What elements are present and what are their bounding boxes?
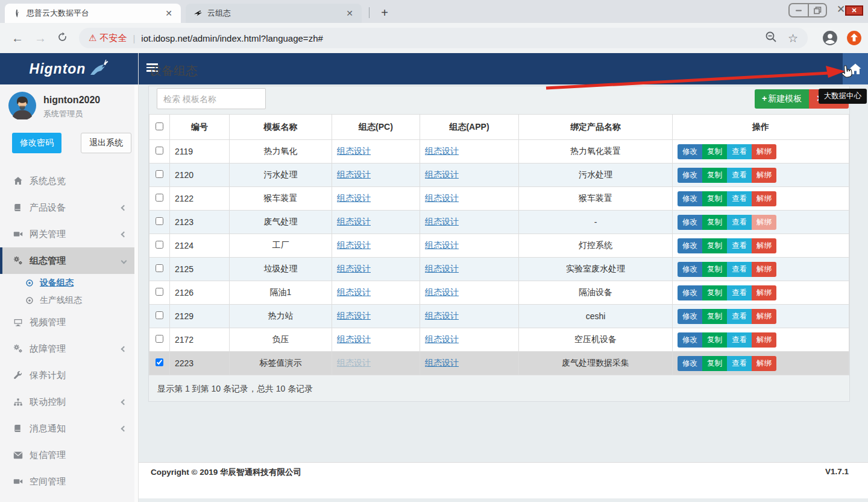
tab-close-icon[interactable]: ✕	[344, 8, 356, 18]
unbind-button[interactable]: 解绑	[752, 262, 776, 277]
copy-button[interactable]: 复制	[702, 285, 727, 300]
edit-button[interactable]: 修改	[678, 215, 702, 230]
pc-design-link[interactable]: 组态设计	[337, 217, 371, 226]
restore-button[interactable]	[808, 4, 826, 16]
close-button[interactable]: ✕ ✕	[837, 3, 863, 17]
unbind-button[interactable]: 解绑	[752, 332, 776, 348]
unbind-button[interactable]: 解绑	[752, 309, 776, 324]
pc-design-link[interactable]: 组态设计	[337, 334, 371, 344]
back-icon[interactable]: ←	[11, 31, 24, 45]
unbind-button[interactable]: 解绑	[752, 238, 776, 253]
tab-cloud-config[interactable]: 云组态 ✕	[186, 4, 362, 23]
forward-icon[interactable]: →	[34, 31, 46, 45]
edit-button[interactable]: 修改	[678, 332, 702, 348]
sidebar-item-maintenance-plan[interactable]: 保养计划	[0, 362, 138, 389]
view-button[interactable]: 查看	[727, 144, 752, 159]
edit-button[interactable]: 修改	[678, 191, 702, 206]
row-checkbox[interactable]	[156, 194, 163, 202]
pc-design-link[interactable]: 组态设计	[337, 240, 371, 250]
copy-button[interactable]: 复制	[702, 262, 727, 277]
row-checkbox[interactable]	[156, 241, 163, 249]
sidebar-item-space-mgmt[interactable]: 空间管理	[0, 468, 138, 495]
app-design-link[interactable]: 组态设计	[425, 146, 459, 156]
select-all-checkbox[interactable]	[156, 122, 163, 130]
sidebar-item-config-mgmt[interactable]: 组态管理	[0, 247, 138, 274]
sidebar-item-video-mgmt[interactable]: 视频管理	[0, 309, 138, 335]
copy-button[interactable]: 复制	[702, 191, 727, 206]
row-checkbox[interactable]	[156, 217, 163, 225]
view-button[interactable]: 查看	[727, 262, 752, 277]
pc-design-link[interactable]: 组态设计	[337, 170, 371, 179]
view-button[interactable]: 查看	[727, 309, 752, 324]
sidebar-item-line-config[interactable]: 生产线组态	[0, 291, 138, 309]
view-button[interactable]: 查看	[727, 285, 752, 300]
sidebar-item-product-device[interactable]: 产品设备	[0, 194, 138, 221]
big-data-center-home-button[interactable]	[843, 53, 868, 84]
copy-button[interactable]: 复制	[702, 215, 727, 230]
view-button[interactable]: 查看	[727, 332, 752, 348]
app-design-link[interactable]: 组态设计	[425, 193, 459, 203]
reload-icon[interactable]	[57, 31, 68, 45]
copy-button[interactable]: 复制	[702, 332, 727, 348]
copy-button[interactable]: 复制	[702, 144, 727, 159]
unbind-button[interactable]: 解绑	[752, 144, 776, 159]
change-password-button[interactable]: 修改密码	[12, 133, 61, 153]
pc-design-link[interactable]: 组态设计	[337, 287, 371, 297]
sidebar-item-linkage-control[interactable]: 联动控制	[0, 389, 138, 415]
minimize-button[interactable]	[790, 4, 808, 16]
new-tab-button[interactable]: +	[377, 6, 392, 20]
sidebar-item-device-config[interactable]: 设备组态	[0, 274, 138, 291]
profile-avatar-icon[interactable]	[822, 30, 838, 46]
unbind-button[interactable]: 解绑	[752, 168, 776, 183]
edit-button[interactable]: 修改	[678, 238, 702, 253]
browser-update-icon[interactable]	[846, 30, 862, 46]
url-field[interactable]: ⚠ 不安全 | iot.idosp.net/admin/index.html?l…	[79, 28, 808, 48]
tab-close-icon[interactable]: ✕	[163, 8, 175, 18]
unbind-button[interactable]: 解绑	[752, 215, 776, 230]
view-button[interactable]: 查看	[727, 238, 752, 253]
app-design-link[interactable]: 组态设计	[425, 334, 459, 344]
sidebar-scrollbar[interactable]	[134, 84, 138, 502]
new-template-button[interactable]: +新建模板	[755, 89, 809, 109]
pc-design-link[interactable]: 组态设计	[337, 311, 371, 320]
pc-design-link[interactable]: 组态设计	[337, 146, 371, 156]
row-checkbox[interactable]	[156, 264, 163, 272]
copy-button[interactable]: 复制	[702, 356, 727, 371]
row-checkbox[interactable]	[156, 147, 163, 154]
app-design-link[interactable]: 组态设计	[425, 311, 459, 320]
app-design-link[interactable]: 组态设计	[425, 170, 459, 179]
row-checkbox[interactable]	[156, 335, 163, 343]
edit-button[interactable]: 修改	[678, 262, 702, 277]
unbind-button[interactable]: 解绑	[752, 285, 776, 300]
copy-button[interactable]: 复制	[702, 168, 727, 183]
row-checkbox[interactable]	[156, 311, 163, 319]
unbind-button[interactable]: 解绑	[752, 191, 776, 206]
view-button[interactable]: 查看	[727, 215, 752, 230]
logout-button[interactable]: 退出系统	[81, 133, 131, 153]
app-design-link[interactable]: 组态设计	[425, 358, 459, 367]
sidebar-item-fault-mgmt[interactable]: 故障管理	[0, 335, 138, 362]
sidebar-item-message-notify[interactable]: 消息通知	[0, 415, 138, 442]
bookmark-star-icon[interactable]: ☆	[788, 31, 798, 45]
pc-design-link[interactable]: 组态设计	[337, 264, 371, 273]
row-checkbox[interactable]	[156, 358, 163, 366]
pc-design-link[interactable]: 组态设计	[337, 358, 371, 367]
view-button[interactable]: 查看	[727, 168, 752, 183]
sidebar-item-system-overview[interactable]: 系统总览	[0, 168, 138, 194]
edit-button[interactable]: 修改	[678, 144, 702, 159]
pc-design-link[interactable]: 组态设计	[337, 193, 371, 203]
app-design-link[interactable]: 组态设计	[425, 217, 459, 226]
edit-button[interactable]: 修改	[678, 285, 702, 300]
zoom-out-icon[interactable]	[765, 31, 777, 45]
sidebar-item-gateway-mgmt[interactable]: 网关管理	[0, 221, 138, 247]
view-button[interactable]: 查看	[727, 191, 752, 206]
app-design-link[interactable]: 组态设计	[425, 264, 459, 273]
unbind-button[interactable]: 解绑	[752, 356, 776, 371]
search-input[interactable]	[157, 88, 266, 109]
app-design-link[interactable]: 组态设计	[425, 287, 459, 297]
edit-button[interactable]: 修改	[678, 309, 702, 324]
app-design-link[interactable]: 组态设计	[425, 240, 459, 250]
edit-button[interactable]: 修改	[678, 168, 702, 183]
row-checkbox[interactable]	[156, 288, 163, 296]
edit-button[interactable]: 修改	[678, 356, 702, 371]
